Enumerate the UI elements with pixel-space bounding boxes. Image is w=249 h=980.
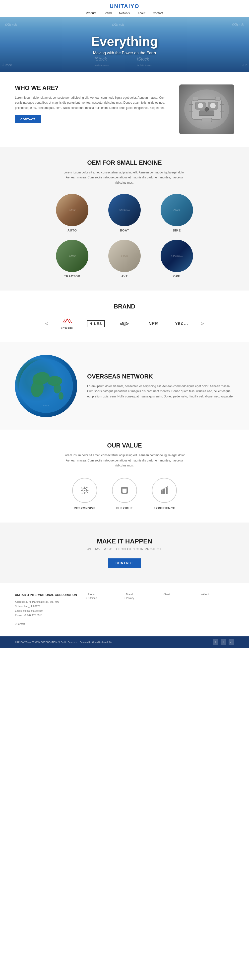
overseas-section: iStock OVERSEAS NETWORK Lorem ipsum dolo…	[0, 342, 249, 430]
footer-bottom-text: © UNITAIYO AMERICAN CORPORATION All Righ…	[15, 641, 113, 643]
overseas-title: OVERSEAS NETWORK	[87, 373, 234, 380]
nav-contact[interactable]: Contact	[153, 11, 163, 15]
header: UNITAIYO Product Brand Network About Con…	[0, 0, 249, 17]
footer-link-contact[interactable]: › Contact	[15, 623, 81, 625]
footer-brand: UNITAIYO INTERNATIONAL CORPORATION Addre…	[15, 593, 81, 618]
oem-grid: iStock AUTO iStockiStock BOAT iStock BIK…	[50, 194, 199, 278]
oem-circle-boat: iStockiStock	[108, 194, 141, 226]
value-icons: RESPONSIVE FLEXIBLE	[15, 478, 234, 510]
svg-rect-29	[123, 488, 126, 492]
chery-logo-svg: CHERY	[116, 320, 133, 328]
make-section: MAKE IT HAPPEN WE HAVE A SOLUTION OF YOU…	[0, 522, 249, 583]
expand-icon	[119, 485, 130, 495]
contact-button[interactable]: CONTACT	[15, 115, 41, 123]
oem-circle-tractor: iStock	[56, 240, 89, 272]
watermark-br: iSt	[243, 63, 246, 67]
watermark-bm: iStockby Getty Images	[95, 57, 109, 67]
mitsubishi-text: MITSUBISHI	[61, 327, 73, 329]
footer-link-brand[interactable]: › Brand	[125, 593, 158, 596]
svg-point-6	[210, 103, 216, 109]
oem-body: Lorem ipsum dolor sit amet, consectetuer…	[62, 170, 187, 185]
engine-svg	[182, 87, 232, 132]
social-facebook[interactable]: f	[213, 640, 218, 645]
carousel-prev[interactable]: <	[43, 320, 51, 327]
brand-logos: MITSUBISHI NILES CHERY NPR YEC...	[56, 317, 193, 330]
brand-logo-mitsubishi[interactable]: MITSUBISHI	[56, 317, 78, 330]
nav-product[interactable]: Product	[86, 11, 96, 15]
oem-label-avt: AVT	[121, 275, 128, 278]
brand-logo-chery[interactable]: CHERY	[113, 317, 136, 330]
oem-circle-avt: iStock	[108, 240, 141, 272]
nav-network[interactable]: Network	[119, 11, 130, 15]
social-twitter[interactable]: t	[220, 640, 226, 645]
footer-link-sitemap[interactable]: › Sitemap	[86, 597, 119, 600]
brand-logo-yec[interactable]: YEC...	[171, 317, 193, 330]
nav-brand[interactable]: Brand	[103, 11, 111, 15]
svg-text:iStock: iStock	[43, 404, 49, 406]
footer-link-about[interactable]: › About	[201, 593, 234, 596]
svg-text:CHERY: CHERY	[120, 323, 129, 325]
who-we-are-section: WHO WE ARE? Lorem ipsum dolor sit amet, …	[0, 72, 249, 147]
footer-grid: UNITAIYO INTERNATIONAL CORPORATION Addre…	[15, 593, 234, 627]
who-text: WHO WE ARE? Lorem ipsum dolor sit amet, …	[15, 84, 169, 123]
svg-rect-7	[193, 97, 198, 101]
make-subtitle: WE HAVE A SOLUTION OF YOUR PROJECT.	[15, 547, 234, 551]
brand-logo-npr[interactable]: NPR	[142, 317, 164, 330]
svg-rect-35	[163, 489, 165, 494]
footer-link-service[interactable]: › Servic.	[163, 593, 196, 596]
carousel-next[interactable]: >	[198, 320, 206, 327]
nav-about[interactable]: About	[138, 11, 145, 15]
brand-title: BRAND	[15, 303, 234, 310]
svg-rect-36	[166, 487, 168, 494]
watermark-bl: iStock	[3, 63, 12, 67]
social-linkedin[interactable]: in	[228, 640, 234, 645]
value-circle-experience	[152, 478, 177, 503]
footer-link-product[interactable]: › Product	[86, 593, 119, 596]
oem-label-bike: BIKE	[173, 229, 181, 232]
footer-bottom: © UNITAIYO AMERICAN CORPORATION All Righ…	[0, 636, 249, 648]
watermark-bm2: iStockby Getty Images	[137, 57, 151, 67]
make-title: MAKE IT HAPPEN	[15, 538, 234, 545]
hero-title: Everything	[91, 34, 158, 49]
footer-col-product: › Product › Sitemap	[86, 593, 119, 618]
oem-circle-ope: iStockiStock	[160, 240, 193, 272]
hero-subtitle: Moving with the Power on the Earth	[91, 51, 158, 55]
footer-col-brand: › Brand › Privacy	[125, 593, 158, 618]
oem-title: OEM FOR SMALL ENGINE	[15, 159, 234, 166]
watermark-tl: iStock	[5, 22, 17, 27]
footer-link-privacy[interactable]: › Privacy	[125, 597, 158, 600]
overseas-body: Lorem ipsum dolor sit amet, consectetuer…	[87, 384, 234, 399]
chart-icon	[159, 485, 169, 495]
gear-icon	[80, 485, 90, 495]
svg-point-24	[59, 392, 63, 400]
svg-rect-34	[161, 490, 163, 494]
social-icons: f t in	[213, 640, 234, 645]
oem-item-bike[interactable]: iStock BIKE	[154, 194, 199, 232]
oem-item-avt[interactable]: iStock AVT	[102, 240, 147, 278]
svg-point-37	[167, 487, 168, 487]
overseas-text: OVERSEAS NETWORK Lorem ipsum dolor sit a…	[87, 373, 234, 399]
value-item-flexible: FLEXIBLE	[112, 478, 137, 510]
brand-logo-niles[interactable]: NILES	[85, 317, 107, 330]
make-contact-button[interactable]: CONTACT	[108, 558, 141, 568]
oem-circle-auto: iStock	[56, 194, 89, 226]
footer-address: Address: 30 N. Martingale Rd., Ste. 400 …	[15, 600, 81, 618]
oem-item-boat[interactable]: iStockiStock BOAT	[102, 194, 147, 232]
earth-svg: iStock	[19, 359, 73, 414]
npr-text: NPR	[148, 321, 158, 326]
hero-section: iStock iStock iStock Everything Moving w…	[0, 17, 249, 72]
logo[interactable]: UNITAIYO	[109, 3, 139, 10]
earth-image: iStock	[15, 355, 77, 417]
svg-point-5	[197, 103, 203, 109]
who-body: Lorem ipsum dolor sit amet, consectetuer…	[15, 95, 169, 110]
oem-label-boat: BOAT	[120, 229, 129, 232]
oem-item-ope[interactable]: iStockiStock OPE	[154, 240, 199, 278]
brand-carousel: < MITSUBISHI NILES CHERY	[15, 317, 234, 330]
footer: UNITAIYO INTERNATIONAL CORPORATION Addre…	[0, 583, 249, 648]
value-section: OUR VALUE Lorem ipsum dolor sit amet, co…	[0, 430, 249, 522]
oem-item-auto[interactable]: iStock AUTO	[50, 194, 95, 232]
brand-section: BRAND < MITSUBISHI NILES	[0, 291, 249, 342]
oem-label-auto: AUTO	[68, 229, 77, 232]
oem-item-tractor[interactable]: iStock TRACTOR	[50, 240, 95, 278]
svg-point-27	[84, 490, 86, 491]
